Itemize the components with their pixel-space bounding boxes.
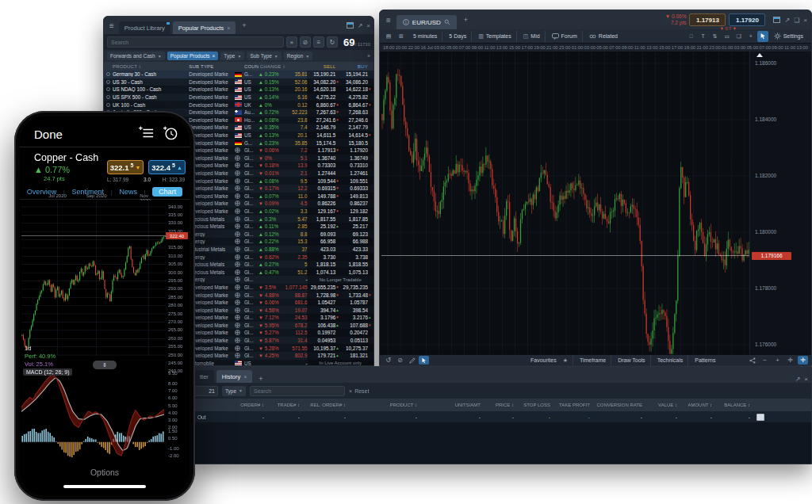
document-icon[interactable] (756, 414, 764, 421)
sell-cell[interactable]: 109.544 (307, 177, 335, 185)
expand-icon[interactable]: ↗ (358, 22, 363, 29)
copy-icon[interactable]: ❏ (733, 31, 745, 42)
close-window-icon[interactable]: × (804, 376, 808, 383)
phone-tab-news[interactable]: News (119, 188, 137, 196)
buy-cell[interactable]: 149.813 (339, 193, 368, 200)
sell-cell[interactable]: 1,728.98 (307, 291, 335, 299)
search-input[interactable] (107, 36, 284, 48)
chart-panel-icon[interactable]: ▤ (383, 31, 394, 42)
history-search-input[interactable] (250, 386, 345, 396)
tab-blotter-truncated[interactable]: tter (194, 370, 214, 383)
eurusd-chart-canvas[interactable] (381, 52, 751, 354)
buy-cell[interactable]: 0.86237 (339, 200, 368, 208)
buy-price-button[interactable]: 1.17920 (729, 13, 765, 26)
table-row[interactable]: iUK 100 - CashDeveloped MarkeUK▲ 0%0.126… (104, 101, 373, 109)
history-col-stop-loss[interactable]: STOP LOSS (520, 403, 557, 407)
buy-cell[interactable]: 4,275.82 (339, 94, 368, 101)
buy-cell[interactable]: 3.2176 (339, 314, 368, 322)
buy-cell[interactable]: 15,180.5 (339, 139, 368, 147)
draw-tools-button[interactable]: Draw Tools (613, 355, 651, 366)
col-country[interactable]: COUNTRY (244, 64, 259, 69)
col-product[interactable]: PRODUCT ↕ (113, 64, 189, 69)
buy-cell[interactable]: 107.688 (339, 322, 368, 330)
history-col-product[interactable]: PRODUCT ↕ (352, 403, 423, 407)
zoom-in-icon[interactable]: + (772, 356, 783, 365)
buy-cell[interactable]: 0.20472 (339, 329, 368, 337)
sell-cell[interactable]: 3.1796 (307, 314, 335, 322)
history-col-amount[interactable]: AMOUNT ↕ (684, 403, 718, 407)
chip-close-icon[interactable]: × (213, 53, 216, 59)
add-alert-icon[interactable] (163, 126, 178, 140)
popular-products-chip[interactable]: Popular Products× (167, 52, 219, 60)
sell-cell[interactable]: 0.19972 (307, 329, 335, 337)
sell-cell[interactable]: 10,195.37 (307, 344, 335, 352)
filter-circle-icon[interactable]: ⊘ (300, 36, 311, 48)
sell-cell[interactable]: 0.86226 (307, 200, 335, 208)
buy-cell[interactable]: 1.05787 (339, 299, 368, 307)
home-indicator[interactable] (63, 485, 146, 488)
sell-cell[interactable]: 0.69315 (307, 185, 335, 193)
buy-cell[interactable]: 1,733.48 (339, 291, 368, 299)
phone-chart-canvas[interactable] (21, 200, 166, 356)
sell-cell[interactable]: 4,275.22 (307, 94, 335, 101)
buy-cell[interactable]: 1.27461 (339, 170, 368, 178)
history-col-take-profit[interactable]: TAKE PROFIT (557, 403, 596, 407)
sell-cell[interactable]: 14,611.5 (307, 132, 335, 139)
layout-icon[interactable] (773, 17, 780, 23)
more-filters-icon[interactable]: » (367, 53, 370, 59)
text-tool-icon[interactable]: T (698, 31, 709, 42)
pan-icon[interactable]: ✛ (785, 356, 795, 365)
search-icon[interactable] (444, 19, 450, 25)
col-subtype[interactable]: SUB TYPE (189, 64, 235, 69)
table-row[interactable]: iGermany 30 - CashDeveloped MarkeG...▲ 0… (104, 71, 373, 78)
forwards-cash-dropdown[interactable]: Forwards and Cash▼ (107, 52, 165, 60)
col-buy[interactable]: BUY (339, 62, 368, 71)
info-icon[interactable]: i (106, 72, 110, 76)
buy-cell[interactable]: 66.988 (339, 238, 368, 246)
sell-cell[interactable]: 394.74 (307, 306, 335, 314)
history-col-rel-order-[interactable]: REL. ORDER# ↕ (306, 403, 352, 407)
buy-cell[interactable]: 27,246.6 (339, 116, 368, 124)
table-row[interactable]: iUS 30 - CashDeveloped MarkeUS▲ 0.15%52.… (104, 78, 373, 86)
timeframe-button[interactable]: Timeframe (575, 355, 611, 366)
buy-cell[interactable]: 109.551 (339, 177, 368, 185)
related-button[interactable]: Related (584, 31, 622, 42)
reset-button[interactable]: ×Reset (349, 388, 369, 394)
macd-canvas[interactable] (21, 368, 164, 457)
history-col-trade-[interactable]: TRADE# ↕ (270, 403, 306, 407)
sell-cell[interactable]: 106.438 (307, 322, 335, 330)
time-axis[interactable]: 18:0020:0022:0016 Jul03:0005:0007:0009:0… (380, 44, 811, 52)
buy-cell[interactable]: 0.05113 (339, 337, 368, 345)
forum-button[interactable]: Forum (547, 31, 583, 42)
sell-cell[interactable]: 149.788 (307, 193, 335, 200)
sell-cell[interactable]: 3.730 (307, 253, 335, 261)
popout-icon[interactable]: ❏ (794, 17, 799, 24)
expand-icon[interactable]: ↗ (795, 376, 801, 383)
buy-cell[interactable]: 7,268.63 (339, 109, 368, 116)
col-change[interactable]: CHANGE ↕ (259, 64, 285, 69)
buy-cell[interactable]: 14,614.5 (339, 132, 368, 139)
pan-active-icon[interactable]: ✛ (798, 356, 808, 365)
cursor-icon[interactable] (757, 31, 768, 42)
tab-popular-products[interactable]: Popular Products × (173, 21, 236, 34)
clear-drawings-icon[interactable]: ⊘ (395, 356, 405, 365)
tab-product-library[interactable]: Product Library (119, 21, 170, 34)
close-tab-icon[interactable]: × (243, 374, 247, 380)
subtype-dropdown[interactable]: Sub Type▼ (247, 52, 281, 60)
axis-scroll-arrow[interactable] (756, 53, 763, 57)
col-sell[interactable]: SELL (307, 62, 335, 71)
sell-cell[interactable]: 1,074.13 (307, 268, 335, 276)
sell-cell[interactable]: 25.192 (307, 223, 335, 231)
history-col-balance[interactable]: BALANCE ↕ (718, 403, 756, 407)
sell-cell[interactable]: 6,860.67 (307, 101, 335, 109)
new-tab-button[interactable]: + (238, 21, 250, 29)
type-dropdown[interactable]: Type▼ (220, 52, 244, 60)
info-icon[interactable]: i (106, 87, 110, 91)
macd-label[interactable]: MACD (12; 26; 9) (23, 368, 72, 376)
chart-plot-area[interactable]: 1.1860001.1840001.1820001.1800001.178000… (380, 52, 811, 354)
range-button[interactable]: 5 Days (444, 31, 472, 42)
history-col-order-[interactable]: ORDER# ↕ (223, 403, 270, 407)
tab-history[interactable]: History × (216, 370, 252, 383)
buy-cell[interactable]: 1,075.13 (339, 268, 368, 276)
phone-buy-button[interactable]: 322.45 ▲ (148, 160, 186, 174)
